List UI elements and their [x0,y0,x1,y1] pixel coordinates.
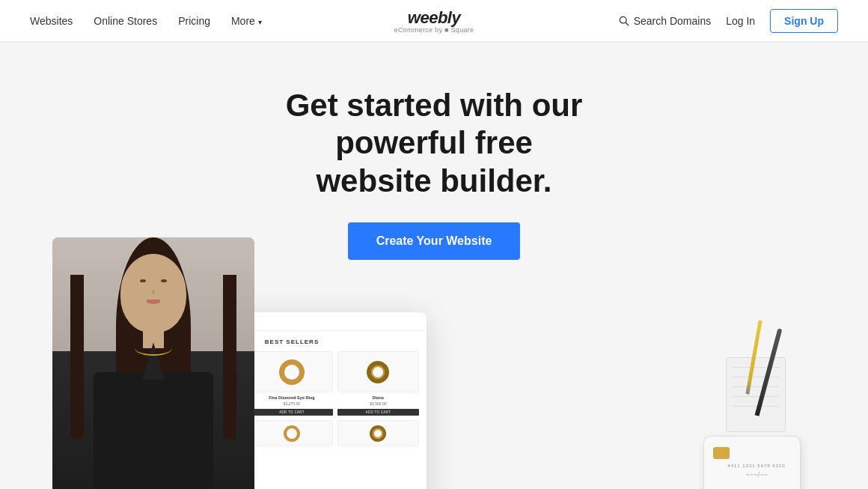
product-img-6 [337,420,419,446]
person-figure [52,237,254,489]
nav-left: Websites Online Stores Pricing More ▾ [30,15,262,27]
ring-icon-3 [367,361,389,383]
hero-images: △ BLAIR LAUREN BROWN LOOKBOOK BRIDAL CUS… [15,297,853,489]
ring-icon-2 [279,359,305,385]
nav-link-websites[interactable]: Websites [30,15,73,27]
logo-subtext: eCommerce by ■ Square [394,26,474,34]
product-price-2: $1,275.00 [251,401,332,406]
add-to-cart-btn-3[interactable]: ADD TO CART [337,409,419,416]
notepad-illustration [726,357,786,432]
logo: weebly eCommerce by ■ Square [394,8,474,34]
search-icon [619,16,629,26]
hero-headline: Get started with our powerful free websi… [232,87,636,200]
navbar: Websites Online Stores Pricing More ▾ we… [0,0,868,42]
product-name-2: Fine Diamond Eye Ring [251,395,332,400]
credit-card-illustration: 4411 1231 5678 9210 ~~~/~~ [703,436,801,489]
nav-right: Search Domains Log In Sign Up [619,9,838,33]
illustration-right: 4411 1231 5678 9210 ~~~/~~ [644,312,808,489]
ring-icon-6 [370,425,386,442]
card-signature: ~~~/~~ [713,471,800,479]
card-chip [713,447,730,459]
product-img-2 [251,351,332,392]
nav-link-more[interactable]: More ▾ [231,15,262,27]
more-chevron-icon: ▾ [258,18,262,26]
ring-icon-5 [284,425,300,442]
svg-line-1 [626,22,629,25]
product-img-5 [251,420,332,446]
logo-text: weebly [408,8,460,27]
product-card-2: Fine Diamond Eye Ring $1,275.00 ADD TO C… [251,351,332,416]
add-to-cart-btn-2[interactable]: ADD TO CART [251,409,332,416]
login-link[interactable]: Log In [726,15,755,27]
nav-link-pricing[interactable]: Pricing [178,15,210,27]
product-card-3: Diana $3,500.00 ADD TO CART [337,351,419,416]
nav-link-online-stores[interactable]: Online Stores [94,15,157,27]
product-price-3: $3,500.00 [337,401,419,406]
product-name-3: Diana [337,395,419,400]
search-domains-button[interactable]: Search Domains [619,15,712,27]
hero-section: Get started with our powerful free websi… [0,42,868,489]
card-number: 4411 1231 5678 9210 [713,464,800,468]
product-img-3 [337,351,419,392]
create-website-button[interactable]: Create Your Website [348,222,521,260]
signup-button[interactable]: Sign Up [770,9,838,33]
